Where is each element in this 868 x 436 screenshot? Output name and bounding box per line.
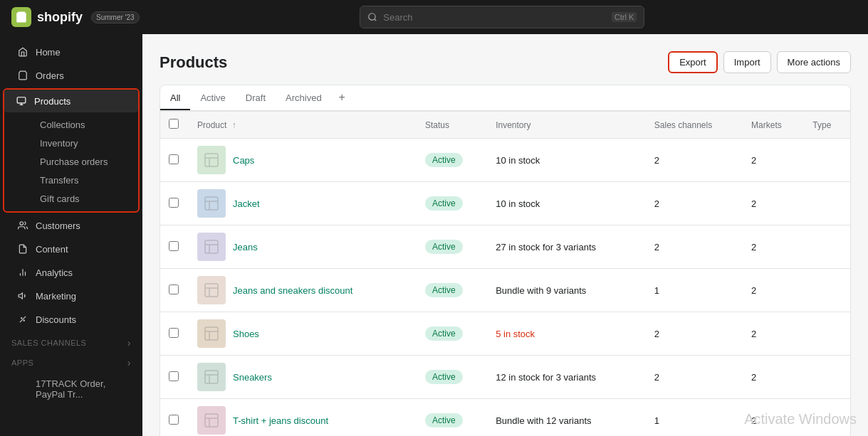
header-actions: Export Import More actions (668, 51, 851, 73)
product-name[interactable]: Caps (233, 155, 254, 166)
row-product-cell: Jeans (189, 225, 417, 269)
export-button[interactable]: Export (668, 51, 718, 73)
svg-rect-13 (205, 154, 218, 166)
sidebar-label-products: Products (34, 96, 70, 107)
col-sales-channels: Sales channels (646, 112, 743, 139)
tab-active[interactable]: Active (190, 87, 235, 110)
row-type-cell (804, 225, 850, 269)
tabs-row: All Active Draft Archived + (160, 85, 850, 111)
apps-section: Apps › (0, 351, 142, 371)
discounts-icon (17, 314, 28, 325)
row-type-cell (804, 312, 850, 356)
row-status-cell: Active (417, 182, 487, 225)
col-product[interactable]: Product ↑ (189, 112, 417, 139)
product-name[interactable]: Sneakers (233, 372, 272, 383)
product-name[interactable]: Shoes (233, 329, 259, 339)
sidebar-item-analytics[interactable]: Analytics (6, 261, 137, 284)
inventory-value: 27 in stock for 3 variants (496, 242, 596, 252)
sidebar-label-content: Content (36, 244, 68, 255)
more-actions-button[interactable]: More actions (777, 51, 851, 73)
sidebar-item-transfers[interactable]: Transfers (34, 171, 138, 189)
apps-expand-icon[interactable]: › (127, 357, 131, 368)
row-product-cell: Jeans and sneakers discount (189, 269, 417, 312)
shopify-logo: shopify (11, 7, 83, 27)
row-checkbox[interactable] (169, 371, 179, 381)
row-inventory-cell: 10 in stock (487, 139, 646, 182)
sidebar-item-content[interactable]: Content (6, 238, 137, 260)
row-checkbox[interactable] (169, 415, 179, 425)
products-section-highlight: Products Collections Inventory Purchase … (3, 88, 140, 213)
row-markets-cell: 2 (743, 356, 804, 399)
svg-rect-16 (205, 197, 218, 210)
shopify-name: shopify (37, 10, 83, 25)
inventory-value: 10 in stock (496, 198, 540, 209)
sidebar-item-marketing[interactable]: Marketing (6, 285, 137, 307)
tab-draft[interactable]: Draft (236, 87, 276, 110)
search-input[interactable] (383, 12, 606, 23)
sales-channels-value: 2 (654, 372, 659, 383)
tab-archived[interactable]: Archived (276, 87, 332, 110)
sidebar-item-17track[interactable]: 17TRACK Order, PayPal Tr... (30, 375, 142, 403)
row-checkbox[interactable] (169, 285, 179, 294)
row-sales-channels-cell: 1 (646, 269, 743, 312)
row-checkbox[interactable] (169, 241, 179, 251)
sidebar-item-discounts[interactable]: Discounts (6, 308, 137, 331)
table-row: T-shirt + jeans discount Active Bundle w… (160, 399, 850, 437)
product-name[interactable]: Jeans and sneakers discount (233, 285, 352, 296)
marketing-icon (17, 290, 28, 302)
sales-channels-section: Sales channels › (0, 331, 142, 351)
analytics-icon (17, 267, 28, 278)
sidebar-item-purchase-orders[interactable]: Purchase orders (34, 153, 138, 171)
table-row: Jeans and sneakers discount Active Bundl… (160, 269, 850, 312)
row-checkbox[interactable] (169, 198, 179, 208)
row-checkbox-cell (160, 269, 189, 312)
product-name[interactable]: T-shirt + jeans discount (233, 415, 328, 426)
search-bar[interactable]: Ctrl K (360, 6, 644, 28)
row-inventory-cell: 12 in stock for 3 variants (487, 356, 646, 399)
product-thumbnail (197, 146, 226, 174)
season-badge: Summer '23 (91, 11, 140, 23)
select-all-col (160, 112, 189, 139)
sidebar-label-marketing: Marketing (36, 291, 76, 302)
product-thumbnail (197, 406, 226, 435)
sidebar-item-customers[interactable]: Customers (6, 214, 137, 237)
row-checkbox-cell (160, 356, 189, 399)
import-button[interactable]: Import (723, 51, 771, 73)
product-thumbnail (197, 189, 226, 218)
inventory-value: Bundle with 12 variants (496, 415, 591, 426)
svg-rect-31 (205, 414, 218, 427)
sales-channels-value: 1 (654, 415, 659, 426)
row-status-cell: Active (417, 356, 487, 399)
status-badge: Active (425, 370, 463, 384)
search-icon (367, 12, 377, 22)
expand-icon[interactable]: › (127, 337, 131, 349)
sidebar-item-products[interactable]: Products (4, 90, 138, 112)
row-checkbox[interactable] (169, 154, 179, 164)
search-shortcut: Ctrl K (612, 12, 637, 22)
tab-add[interactable]: + (332, 85, 352, 111)
svg-line-12 (20, 317, 26, 322)
markets-value: 2 (751, 285, 756, 296)
sidebar-item-inventory[interactable]: Inventory (34, 134, 138, 152)
row-markets-cell: 2 (743, 225, 804, 269)
table-tabs: All Active Draft Archived + (160, 85, 850, 112)
select-all-checkbox[interactable] (169, 119, 179, 129)
sidebar-item-home[interactable]: Home (6, 41, 137, 63)
sidebar-item-collections[interactable]: Collections (34, 116, 138, 134)
row-sales-channels-cell: 2 (646, 182, 743, 225)
product-name[interactable]: Jeans (233, 242, 258, 252)
product-name[interactable]: Jacket (233, 198, 260, 209)
main-content: Products Export Import More actions All … (142, 34, 868, 436)
row-inventory-cell: 10 in stock (487, 182, 646, 225)
row-checkbox-cell (160, 399, 189, 437)
markets-value: 2 (751, 242, 756, 252)
sales-channels-value: 2 (654, 242, 659, 252)
sidebar-item-orders[interactable]: Orders (6, 64, 137, 87)
inventory-value: 10 in stock (496, 155, 540, 166)
products-icon (16, 95, 27, 107)
inventory-value: 12 in stock for 3 variants (496, 372, 596, 383)
page-title: Products (160, 53, 227, 72)
row-checkbox[interactable] (169, 328, 179, 338)
sidebar-item-gift-cards[interactable]: Gift cards (34, 190, 138, 208)
tab-all[interactable]: All (160, 87, 190, 110)
